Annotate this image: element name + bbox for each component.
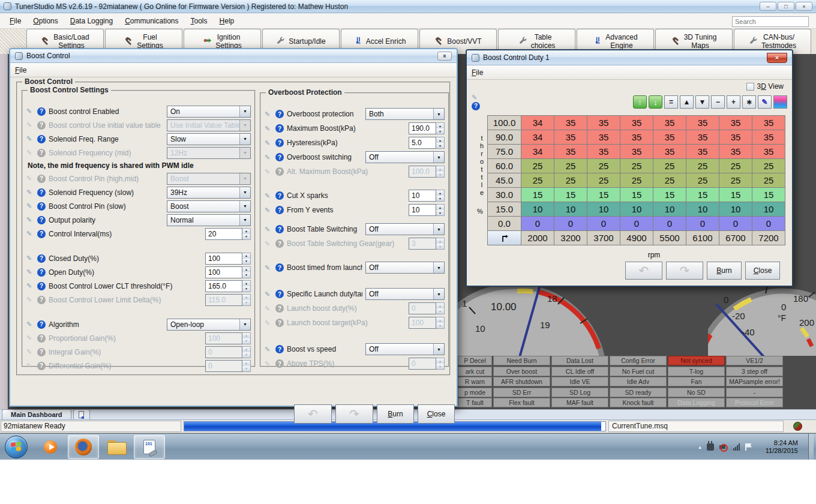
minimize-button[interactable]: – — [760, 2, 776, 11]
spin-down-icon[interactable]: ▼ — [436, 143, 444, 148]
spin-down-icon[interactable]: ▼ — [242, 272, 250, 278]
tray-power-icon[interactable] — [707, 443, 714, 451]
help-icon[interactable]: ? — [37, 348, 46, 356]
table-cell[interactable]: 15 — [587, 188, 620, 202]
spinner-arrows[interactable]: ▲▼ — [242, 280, 251, 292]
menu-help[interactable]: Help — [214, 14, 241, 28]
boost-control-close-icon[interactable]: × — [437, 52, 452, 61]
table-cell[interactable]: 25 — [521, 159, 554, 173]
table-cell[interactable]: 35 — [752, 116, 785, 130]
combo-arrow-icon[interactable]: ▼ — [433, 224, 444, 235]
table-cell[interactable]: 34 — [521, 116, 554, 130]
redo-button[interactable]: ↷ — [335, 404, 373, 424]
new-dashboard-tab[interactable] — [73, 409, 90, 419]
undo-button[interactable]: ↶ — [625, 262, 662, 280]
table-cell[interactable]: 10 — [752, 202, 785, 217]
spinner-value[interactable]: 20 — [205, 228, 242, 240]
table-cell[interactable]: 25 — [719, 173, 752, 188]
table-cell[interactable]: 35 — [554, 130, 587, 145]
spin-up-icon[interactable]: ▲ — [242, 267, 250, 272]
3d-view-checkbox[interactable] — [746, 83, 754, 91]
table-cell[interactable]: 15 — [752, 188, 785, 202]
help-icon[interactable]: ? — [37, 175, 46, 183]
help-icon[interactable]: ? — [275, 290, 284, 298]
table-cell[interactable]: 10 — [620, 202, 653, 217]
combo-arrow-icon[interactable]: ▼ — [239, 319, 250, 330]
tray-expand-icon[interactable]: ▴ — [698, 444, 701, 450]
table-tool-decrement-icon[interactable]: ▼ — [695, 95, 709, 109]
table-cell[interactable]: 25 — [752, 173, 785, 188]
table-cell[interactable]: 0 — [719, 217, 752, 231]
combo-boost-vs-speed[interactable]: Off▼ — [365, 343, 445, 355]
spinner-boost-control-lower-clt-threshold-f[interactable]: 165.0▲▼ — [205, 280, 251, 292]
y-axis-bin[interactable]: 90.0 — [488, 130, 521, 145]
table-tool-lower-values-icon[interactable]: ↓ — [649, 95, 662, 109]
spinner-value[interactable]: 10 — [409, 204, 436, 216]
spinner-arrows[interactable]: ▲▼ — [436, 204, 445, 216]
spinner-from-y-events[interactable]: 10▲▼ — [409, 204, 445, 216]
help-icon[interactable]: ? — [37, 282, 46, 290]
spinner-control-interval-ms[interactable]: 20▲▼ — [205, 228, 251, 240]
spin-down-icon[interactable]: ▼ — [242, 234, 250, 239]
help-icon[interactable]: ? — [275, 319, 284, 327]
table-cell[interactable]: 34 — [521, 130, 554, 145]
table-cell[interactable]: 0 — [752, 217, 785, 231]
y-axis-bin[interactable]: 100.0 — [488, 116, 521, 130]
table-cell[interactable]: 25 — [521, 173, 554, 188]
spinner-maximum-boost-kpa[interactable]: 190.0▲▼ — [409, 122, 445, 134]
help-icon[interactable]: ? — [37, 254, 46, 263]
table-cell[interactable]: 15 — [521, 188, 554, 202]
table-cell[interactable]: 35 — [587, 116, 620, 130]
table-cell[interactable]: 10 — [521, 202, 554, 217]
burn-button[interactable]: Burn — [377, 404, 414, 424]
combo-arrow-icon[interactable]: ▼ — [239, 106, 250, 117]
spin-up-icon[interactable]: ▲ — [436, 205, 444, 210]
table-tool-heatmap-gradient-icon[interactable] — [773, 95, 787, 109]
duty-close-icon[interactable]: × — [767, 53, 787, 63]
table-cell[interactable]: 25 — [620, 159, 653, 173]
combo-arrow-icon[interactable]: ▼ — [239, 134, 250, 145]
help-icon[interactable]: ? — [275, 304, 284, 313]
help-icon[interactable]: ? — [37, 121, 46, 130]
table-cell[interactable]: 15 — [686, 188, 719, 202]
help-icon[interactable]: ? — [37, 296, 46, 304]
spin-up-icon[interactable]: ▲ — [436, 123, 444, 128]
x-axis-bin[interactable]: 2000 — [521, 231, 554, 245]
table-cell[interactable]: 35 — [653, 116, 686, 130]
table-cell[interactable]: 35 — [620, 116, 653, 130]
spinner-arrows[interactable]: ▲▼ — [436, 122, 445, 134]
menu-data-logging[interactable]: Data Logging — [64, 14, 119, 28]
help-icon[interactable]: ? — [37, 202, 46, 211]
combo-arrow-icon[interactable]: ▼ — [433, 262, 444, 273]
table-cell[interactable]: 0 — [620, 217, 653, 231]
help-icon[interactable]: ? — [37, 334, 46, 343]
table-cell[interactable]: 10 — [686, 202, 719, 217]
y-axis-bin[interactable]: 0.0 — [488, 217, 521, 231]
taskbar-clock[interactable]: 8:24 AM 11/28/2015 — [757, 439, 803, 455]
help-icon[interactable]: ? — [37, 320, 46, 329]
combo-specific-launch-duty-target[interactable]: Off▼ — [365, 288, 445, 300]
table-cell[interactable]: 10 — [587, 202, 620, 217]
combo-arrow-icon[interactable]: ▼ — [239, 215, 250, 226]
close-dialog-button[interactable]: Close — [745, 262, 780, 280]
menu-options[interactable]: Options — [27, 14, 64, 28]
spin-down-icon[interactable]: ▼ — [242, 286, 250, 292]
x-axis-bin[interactable]: 7200 — [752, 231, 785, 245]
table-cell[interactable]: 35 — [719, 116, 752, 130]
table-cell[interactable]: 34 — [521, 145, 554, 159]
spinner-value[interactable]: 190.0 — [409, 122, 436, 134]
table-tool-edit-pen-icon[interactable]: ✎ — [758, 95, 772, 109]
help-icon[interactable]: ? — [275, 153, 284, 161]
table-cell[interactable]: 15 — [620, 188, 653, 202]
combo-output-polarity[interactable]: Normal▼ — [167, 214, 251, 226]
taskbar-windows-media-player[interactable] — [35, 435, 66, 459]
spin-down-icon[interactable]: ▼ — [436, 196, 444, 201]
table-tool-set-equal-icon[interactable]: = — [664, 95, 678, 109]
combo-solenoid-frequency-slow[interactable]: 39Hz▼ — [167, 187, 251, 199]
taskbar-firefox[interactable] — [68, 435, 99, 459]
spinner-arrows[interactable]: ▲▼ — [242, 266, 251, 278]
tray-network-icon[interactable] — [733, 443, 740, 451]
help-icon[interactable]: ? — [275, 263, 284, 272]
help-icon[interactable]: ? — [37, 216, 46, 224]
table-cell[interactable]: 35 — [752, 130, 785, 145]
